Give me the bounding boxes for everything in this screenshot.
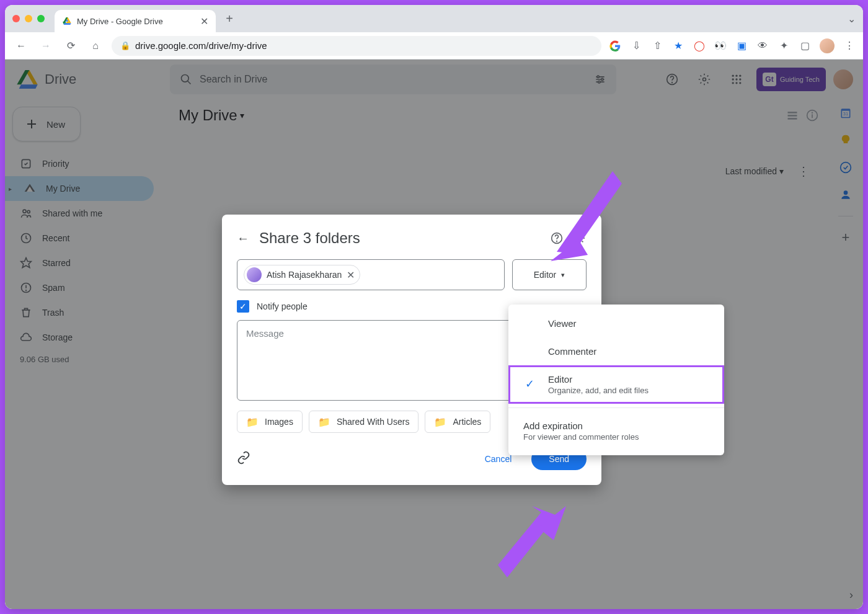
minimize-window-button[interactable] (25, 15, 32, 22)
window-controls (12, 15, 45, 22)
extension-icon[interactable]: 👁 (756, 40, 769, 52)
address-bar: ← → ⟳ ⌂ 🔒 drive.google.com/drive/my-driv… (5, 32, 863, 60)
svg-marker-52 (557, 171, 622, 255)
bookmark-star-icon[interactable]: ★ (672, 40, 684, 52)
google-icon[interactable] (609, 40, 621, 52)
extension-icon[interactable]: 👀 (714, 40, 727, 52)
svg-marker-54 (498, 506, 557, 577)
tab-overflow-icon[interactable]: ⌄ (848, 13, 856, 25)
list-view-icon[interactable] (786, 109, 799, 122)
svg-point-48 (812, 112, 813, 113)
svg-rect-43 (788, 112, 797, 113)
close-window-button[interactable] (12, 15, 20, 22)
info-icon[interactable] (806, 109, 818, 122)
role-dropdown-menu: Viewer Commenter ✓ Editor Organize, add,… (508, 305, 724, 455)
url-text: drive.google.com/drive/my-drive (135, 40, 267, 51)
dropdown-caret-icon: ▾ (561, 271, 565, 279)
lock-icon: 🔒 (120, 41, 130, 50)
maximize-window-button[interactable] (37, 15, 45, 22)
notify-checkbox[interactable]: ✓ (237, 300, 249, 313)
annotation-arrow (495, 506, 575, 587)
tab-title: My Drive - Google Drive (77, 17, 163, 26)
role-option-editor[interactable]: ✓ Editor Organize, add, and edit files (508, 365, 724, 404)
notify-label: Notify people (257, 301, 308, 311)
folder-chip[interactable]: 📁 Articles (425, 411, 490, 433)
browser-tab[interactable]: My Drive - Google Drive ✕ (55, 10, 216, 32)
folder-icon: 📁 (434, 416, 446, 428)
copy-link-icon[interactable] (237, 451, 250, 468)
recipient-input[interactable]: Atish Rajasekharan ✕ (237, 259, 505, 290)
share-icon[interactable]: ⇧ (651, 40, 663, 52)
extensions-puzzle-icon[interactable]: ✦ (777, 40, 790, 52)
check-icon: ✓ (525, 377, 534, 391)
chrome-menu-icon[interactable]: ⋮ (843, 40, 856, 52)
svg-rect-45 (788, 118, 797, 120)
extension-icon[interactable]: ▣ (735, 40, 748, 52)
drive-favicon-icon (62, 16, 72, 26)
chip-label: Atish Rajasekharan (267, 270, 342, 280)
browser-tab-bar: My Drive - Google Drive ✕ + ⌄ (5, 5, 863, 32)
download-icon[interactable]: ⇩ (630, 40, 642, 52)
folder-chip[interactable]: 📁 Shared With Users (309, 411, 418, 433)
annotation-arrow (544, 162, 625, 267)
dialog-title: Share 3 folders (259, 229, 539, 247)
folder-icon: 📁 (246, 416, 259, 428)
svg-marker-2 (64, 23, 71, 25)
url-input[interactable]: 🔒 drive.google.com/drive/my-drive (112, 36, 601, 56)
svg-rect-44 (788, 115, 797, 117)
home-button[interactable]: ⌂ (87, 37, 104, 55)
back-arrow-icon[interactable]: ← (237, 231, 249, 246)
remove-chip-icon[interactable]: ✕ (347, 269, 355, 281)
recipient-chip[interactable]: Atish Rajasekharan ✕ (244, 265, 360, 285)
folder-chip[interactable]: 📁 Images (237, 411, 303, 433)
avatar (247, 267, 262, 282)
new-tab-button[interactable]: + (221, 10, 238, 27)
reload-button[interactable]: ⟳ (62, 37, 79, 55)
sidepanel-icon[interactable]: ▢ (799, 40, 811, 52)
back-button[interactable]: ← (12, 37, 30, 55)
folder-icon: 📁 (318, 416, 330, 428)
forward-button[interactable]: → (37, 37, 55, 55)
role-option-viewer[interactable]: Viewer (508, 309, 724, 337)
close-tab-icon[interactable]: ✕ (200, 16, 208, 27)
add-expiration-option[interactable]: Add expiration For viewer and commenter … (508, 412, 724, 450)
role-option-commenter[interactable]: Commenter (508, 337, 724, 365)
profile-avatar[interactable] (820, 38, 835, 53)
extension-icon[interactable]: ◯ (693, 40, 706, 52)
